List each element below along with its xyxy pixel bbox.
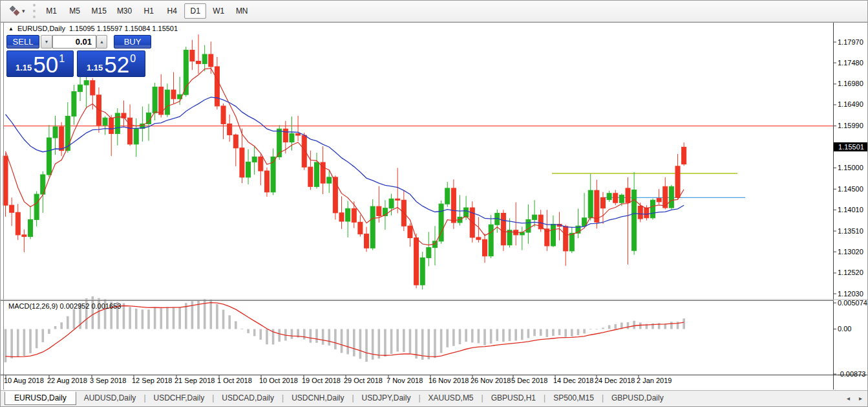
candle-body <box>327 177 332 183</box>
macd-histogram-bar <box>147 309 150 329</box>
chart-tab-bar: EURUSD,DailyAUDUSD,Daily|USDCHF,Daily|US… <box>1 390 868 407</box>
macd-histogram-bar <box>228 315 231 329</box>
candle-body <box>259 157 263 171</box>
macd-histogram-bar <box>216 304 218 329</box>
macd-axis-tick: 0.00 <box>838 325 851 333</box>
macd-histogram-bar <box>359 329 362 359</box>
macd-histogram-bar <box>334 329 337 349</box>
macd-histogram-bar <box>41 329 44 342</box>
candle-body <box>352 208 356 222</box>
ma-slow-line[interactable] <box>6 97 684 227</box>
macd-histogram-bar <box>241 329 244 329</box>
macd-histogram-bar <box>540 329 542 336</box>
sell-button[interactable]: SELL <box>6 35 39 49</box>
macd-histogram-bar <box>54 326 57 329</box>
candle-body <box>595 190 599 222</box>
macd-histogram-bar <box>278 329 281 342</box>
candle-body <box>171 90 176 99</box>
candle-body <box>389 199 394 208</box>
macd-histogram-bar <box>521 329 524 340</box>
chart-tab-xauusd-m5[interactable]: XAUUSD,M5 <box>421 391 482 404</box>
candle-body <box>682 147 686 164</box>
candle-body <box>184 50 188 94</box>
macd-histogram-bar <box>577 329 580 336</box>
chart-tab-audusd-daily[interactable]: AUDUSD,Daily <box>76 391 144 404</box>
candle-body <box>246 162 251 177</box>
macd-histogram-bar <box>639 322 642 329</box>
macd-histogram-bar <box>5 329 7 362</box>
macd-histogram-bar <box>315 329 318 343</box>
price-axis-tick: 1.17970 <box>838 38 863 47</box>
price-axis-tick: 1.14500 <box>838 185 863 193</box>
sell-price-pipette: 1 <box>59 54 65 63</box>
macd-histogram-bar <box>135 309 138 329</box>
time-axis-label: 26 Nov 2018 <box>471 377 511 384</box>
chart-tab-eurusd-daily[interactable]: EURUSD,Daily <box>5 391 76 405</box>
chart-tab-usdcnh-daily[interactable]: USDCNH,Daily <box>284 391 352 404</box>
collapse-arrow-icon[interactable]: ▲ <box>8 26 14 32</box>
price-axis-tick: 1.14010 <box>838 206 863 214</box>
candle-body <box>619 195 624 203</box>
chart-tab-gbpusd-daily[interactable]: GBPUSD,Daily <box>604 391 672 404</box>
macd-histogram-bar <box>178 307 181 329</box>
candle-body <box>103 118 107 125</box>
chart-tab-usdcad-daily[interactable]: USDCAD,Daily <box>214 391 282 404</box>
candle-body <box>72 92 76 116</box>
sell-price-big: 50 <box>33 54 58 75</box>
macd-histogram-bar <box>396 329 399 352</box>
macd-histogram-bar <box>154 307 156 329</box>
candle-body <box>507 230 512 245</box>
macd-axis-tick: 0.005074 <box>838 299 867 307</box>
macd-histogram-bar <box>235 321 237 329</box>
macd-histogram-bar <box>173 307 175 329</box>
volume-increment-button[interactable]: ▲ <box>96 35 107 49</box>
candle-body <box>501 214 505 245</box>
candle-body <box>651 200 655 218</box>
macd-histogram-bar <box>222 310 225 329</box>
chart-tab-usdchf-daily[interactable]: USDCHF,Daily <box>146 391 213 404</box>
chart-ohlc-values: 1.15095 1.15597 1.15084 1.15501 <box>69 25 178 32</box>
price-axis-tick: 1.12030 <box>838 290 863 298</box>
time-axis-label: 10 Oct 2018 <box>259 377 298 384</box>
macd-histogram-bar <box>390 329 393 354</box>
sell-price-button[interactable]: 1.15 50 1 <box>6 50 74 77</box>
candle-body <box>445 188 450 204</box>
time-axis-label: 21 Sep 2018 <box>175 377 215 384</box>
macd-histogram-bar <box>384 329 386 357</box>
chart-tab-gbpusd-h1[interactable]: GBPUSD,H1 <box>483 391 544 404</box>
price-axis-tick: 1.16490 <box>838 100 863 109</box>
tab-scroll-right-icon[interactable]: ▸ <box>859 395 862 402</box>
candle-body <box>489 225 493 256</box>
macd-histogram-bar <box>253 329 256 336</box>
macd-histogram-bar <box>48 329 50 334</box>
chart-title: ▲ EURUSD,Daily 1.15095 1.15597 1.15084 1… <box>8 25 178 32</box>
macd-histogram-bar <box>509 329 511 341</box>
tab-scroll-arrows: ◂ ▸ <box>847 395 862 402</box>
macd-signal-line <box>6 303 684 357</box>
volume-decrement-button[interactable]: ▼ <box>41 35 52 49</box>
candle-body <box>613 193 618 203</box>
buy-price-button[interactable]: 1.15 52 0 <box>77 50 145 77</box>
macd-histogram-bar <box>502 329 505 342</box>
chart-tab-sp500-m15[interactable]: SP500,M15 <box>545 391 602 404</box>
macd-histogram-bar <box>496 329 498 341</box>
candle-body <box>22 235 26 237</box>
macd-histogram-bar <box>353 329 355 357</box>
buy-button[interactable]: BUY <box>114 35 151 49</box>
tab-scroll-left-icon[interactable]: ◂ <box>847 395 850 402</box>
macd-histogram-bar <box>564 329 567 337</box>
candle-body <box>47 138 51 175</box>
time-axis-label: 2 Jan 2019 <box>637 377 672 384</box>
chart-tab-usdjpy-daily[interactable]: USDJPY,Daily <box>354 391 419 404</box>
macd-histogram-bar <box>303 329 306 340</box>
macd-histogram-bar <box>589 329 592 330</box>
candle-body <box>59 127 64 151</box>
price-axis-tick: 1.13510 <box>838 227 863 236</box>
candle-body <box>78 85 83 91</box>
macd-histogram-bar <box>73 309 76 329</box>
candle-body <box>109 118 114 133</box>
macd-histogram-bar <box>160 309 162 329</box>
candle-body <box>84 81 89 85</box>
volume-input[interactable] <box>52 35 96 49</box>
candle-body <box>365 234 369 248</box>
